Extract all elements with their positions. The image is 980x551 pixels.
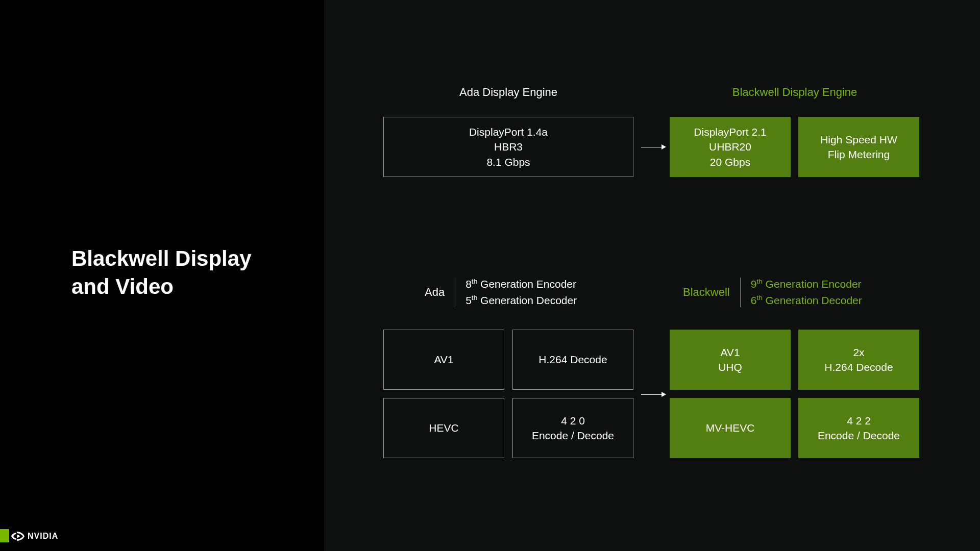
ada-codec-generations: 8th Generation Encoder 5th Generation De… [465, 276, 577, 308]
blackwell-flip-metering-box: High Speed HW Flip Metering [798, 117, 919, 177]
codec-label-line1: AV1 [720, 345, 740, 360]
ada-decoder-gen: 5th Generation Decoder [465, 292, 577, 309]
blackwell-codec-name: Blackwell [683, 286, 730, 299]
blackwell-codec-label-group: Blackwell 9th Generation Encoder 6th Gen… [683, 276, 862, 308]
ada-dp-version: DisplayPort 1.4a [469, 124, 548, 139]
ada-encoder-gen: 8th Generation Encoder [465, 276, 577, 292]
arrow-icon [641, 144, 666, 149]
logo-accent-bar [0, 529, 9, 542]
bw-flip-line1: High Speed HW [820, 132, 897, 147]
codec-label-line2: H.264 Decode [824, 360, 893, 374]
ada-codec-name: Ada [425, 286, 445, 299]
bw-dp-speed: 20 Gbps [710, 155, 750, 169]
codec-label-line1: 2x [853, 345, 864, 360]
bw-encoder-gen: 9th Generation Encoder [751, 276, 862, 292]
blackwell-h264-box: 2x H.264 Decode [798, 330, 919, 390]
ada-av1-box: AV1 [383, 330, 504, 390]
divider [740, 278, 741, 307]
blackwell-display-heading: Blackwell Display Engine [670, 86, 920, 99]
blackwell-422-box: 4 2 2 Encode / Decode [798, 398, 919, 458]
nvidia-eye-icon [11, 532, 24, 541]
ada-display-heading: Ada Display Engine [383, 86, 633, 99]
codec-label-line1: 4 2 2 [847, 413, 871, 428]
codec-label-line2: Encode / Decode [532, 428, 614, 443]
ada-dp-hbr: HBR3 [494, 139, 523, 154]
ada-hevc-box: HEVC [383, 398, 504, 458]
divider [455, 278, 455, 307]
blackwell-codec-generations: 9th Generation Encoder 6th Generation De… [751, 276, 862, 308]
logo-text: NVIDIA [28, 532, 58, 541]
nvidia-logo: NVIDIA [11, 532, 58, 541]
ada-codec-label-group: Ada 8th Generation Encoder 5th Generatio… [425, 276, 577, 308]
right-panel [324, 0, 980, 551]
title-line-2: and Video [71, 274, 174, 298]
codec-label: MV-HEVC [706, 420, 755, 435]
bw-dp-uhbr: UHBR20 [709, 139, 751, 154]
bw-decoder-gen: 6th Generation Decoder [751, 292, 862, 309]
bw-dp-version: DisplayPort 2.1 [694, 124, 766, 139]
slide-title: Blackwell Display and Video [71, 245, 252, 300]
ada-dp-speed: 8.1 Gbps [486, 155, 530, 169]
codec-label: H.264 Decode [538, 352, 607, 367]
ada-420-box: 4 2 0 Encode / Decode [512, 398, 633, 458]
codec-label-line2: UHQ [718, 360, 742, 374]
blackwell-mvhevc-box: MV-HEVC [670, 398, 791, 458]
arrow-icon [641, 392, 666, 397]
codec-label-line2: Encode / Decode [818, 428, 900, 443]
bw-flip-line2: Flip Metering [828, 147, 890, 162]
blackwell-av1-box: AV1 UHQ [670, 330, 791, 390]
title-line-1: Blackwell Display [71, 246, 252, 270]
ada-h264-box: H.264 Decode [512, 330, 633, 390]
codec-label-line1: 4 2 0 [561, 413, 585, 428]
codec-label: AV1 [434, 352, 453, 367]
codec-label: HEVC [429, 420, 458, 435]
ada-displayport-box: DisplayPort 1.4a HBR3 8.1 Gbps [383, 117, 633, 177]
blackwell-displayport-box: DisplayPort 2.1 UHBR20 20 Gbps [670, 117, 791, 177]
